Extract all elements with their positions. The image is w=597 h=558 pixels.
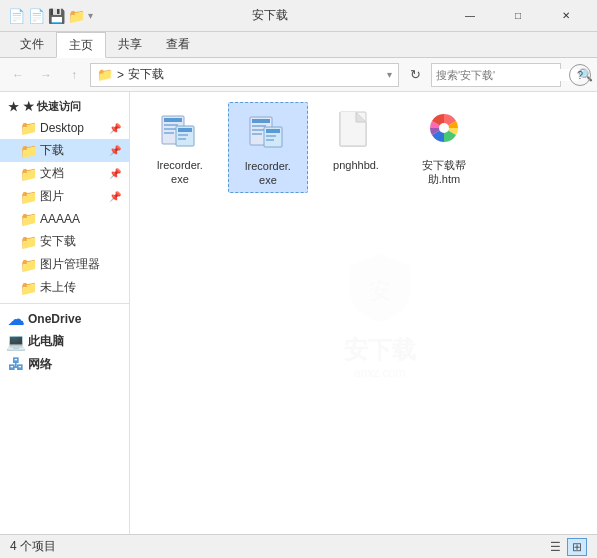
pin-icon-docs: 📌 — [109, 168, 121, 179]
svg-rect-9 — [178, 138, 186, 140]
folder-icon-desktop: 📁 — [20, 120, 36, 136]
status-bar: 4 个项目 ☰ ⊞ — [0, 534, 597, 558]
folder-icon-downloads: 📁 — [20, 143, 36, 159]
sidebar-item-downloads[interactable]: 📁 下载 📌 — [0, 139, 129, 162]
svg-rect-3 — [164, 124, 178, 126]
sidebar-item-desktop[interactable]: 📁 Desktop 📌 — [0, 117, 129, 139]
file-name-png: pnghhbd. — [333, 158, 379, 172]
sidebar-item-picmgr[interactable]: 📁 图片管理器 — [0, 253, 129, 276]
folder-icon-aaaaa: 📁 — [20, 211, 36, 227]
back-button[interactable]: ← — [6, 63, 30, 87]
file-name-htm: 安下载帮助.htm — [422, 158, 466, 187]
breadcrumb-chevron: ▾ — [387, 69, 392, 80]
watermark: 安 安下载 anxz.com — [340, 246, 420, 380]
svg-text:安: 安 — [369, 278, 391, 303]
sidebar-computer[interactable]: 💻 此电脑 — [0, 330, 129, 353]
pics-label: 图片 — [40, 188, 64, 205]
sidebar-quick-access[interactable]: ★ ★ 快速访问 — [0, 96, 129, 117]
docs-label: 文档 — [40, 165, 64, 182]
close-button[interactable]: ✕ — [543, 0, 589, 32]
file-item-htm[interactable]: 安下载帮助.htm — [404, 102, 484, 193]
star-icon: ★ — [8, 100, 19, 114]
file-grid: lrecorder.exe — [130, 92, 597, 203]
content-area: 安 安下载 anxz.com — [130, 92, 597, 534]
breadcrumb-folder-icon: 📁 — [97, 67, 113, 82]
sidebar: ★ ★ 快速访问 📁 Desktop 📌 📁 下载 📌 📁 文档 📌 📁 图片 … — [0, 92, 130, 534]
file-item-lrecorder1[interactable]: lrecorder.exe — [140, 102, 220, 193]
sidebar-item-aaaaa[interactable]: 📁 AAAAA — [0, 208, 129, 230]
tab-share[interactable]: 共享 — [106, 31, 154, 57]
minimize-button[interactable]: — — [447, 0, 493, 32]
exe-icon-1 — [156, 106, 204, 154]
file-name-lrecorder1: lrecorder.exe — [157, 158, 203, 187]
svg-point-21 — [439, 123, 449, 133]
svg-rect-7 — [178, 128, 192, 132]
title-bar-icons: 📄 📄 💾 📁 ▾ — [8, 8, 93, 24]
pin-icon-pics: 📌 — [109, 191, 121, 202]
svg-rect-11 — [252, 119, 270, 123]
pin-icon-downloads: 📌 — [109, 145, 121, 156]
title-bar: 📄 📄 💾 📁 ▾ 安下载 — □ ✕ — [0, 0, 597, 32]
breadcrumb-text: > — [117, 68, 124, 82]
computer-label: 此电脑 — [28, 333, 64, 350]
picmgr-label: 图片管理器 — [40, 256, 100, 273]
png-icon — [332, 106, 380, 154]
watermark-shield-icon: 安 — [340, 246, 420, 342]
tab-file[interactable]: 文件 — [8, 31, 56, 57]
network-icon: 🖧 — [8, 357, 24, 373]
address-bar: ← → ↑ 📁 > 安下载 ▾ ↻ 🔍 ? — [0, 58, 597, 92]
window-title: 安下载 — [93, 7, 447, 24]
sidebar-item-upload[interactable]: 📁 未上传 — [0, 276, 129, 299]
tab-view[interactable]: 查看 — [154, 31, 202, 57]
file-name-lrecorder2: lrecorder.exe — [245, 159, 291, 188]
anxz-label: 安下载 — [40, 233, 76, 250]
sidebar-item-pictures[interactable]: 📁 图片 📌 — [0, 185, 129, 208]
sidebar-item-anxz[interactable]: 📁 安下载 — [0, 230, 129, 253]
svg-rect-14 — [252, 133, 262, 135]
status-count: 4 个项目 — [10, 538, 545, 555]
svg-rect-13 — [252, 129, 264, 131]
quick-access-label: ★ 快速访问 — [23, 99, 81, 114]
file-item-png[interactable]: pnghhbd. — [316, 102, 396, 193]
save-icon: 💾 — [48, 8, 64, 24]
sidebar-onedrive[interactable]: ☁ OneDrive — [0, 308, 129, 330]
help-button[interactable]: ? — [569, 64, 591, 86]
sidebar-item-documents[interactable]: 📁 文档 📌 — [0, 162, 129, 185]
desktop-label: Desktop — [40, 121, 84, 135]
maximize-button[interactable]: □ — [495, 0, 541, 32]
watermark-text: 安下载 — [344, 334, 416, 366]
onedrive-icon: ☁ — [8, 311, 24, 327]
htm-icon — [420, 106, 468, 154]
up-button[interactable]: ↑ — [62, 63, 86, 87]
search-box[interactable]: 🔍 — [431, 63, 561, 87]
ribbon-tabs: 文件 主页 共享 查看 — [0, 32, 597, 58]
main-layout: ★ ★ 快速访问 📁 Desktop 📌 📁 下载 📌 📁 文档 📌 📁 图片 … — [0, 92, 597, 534]
svg-rect-17 — [266, 135, 276, 137]
folder-icon-picmgr: 📁 — [20, 257, 36, 273]
sidebar-network[interactable]: 🖧 网络 — [0, 353, 129, 376]
folder-icon-pics: 📁 — [20, 189, 36, 205]
detail-view-button[interactable]: ☰ — [545, 538, 565, 556]
svg-rect-16 — [266, 129, 280, 133]
onedrive-label: OneDrive — [28, 312, 81, 326]
refresh-button[interactable]: ↻ — [403, 63, 427, 87]
tab-home[interactable]: 主页 — [56, 32, 106, 58]
svg-rect-4 — [164, 128, 176, 130]
svg-rect-8 — [178, 134, 188, 136]
pin-icon-desktop: 📌 — [109, 123, 121, 134]
upload-label: 未上传 — [40, 279, 76, 296]
doc-icon2: 📄 — [28, 8, 44, 24]
breadcrumb[interactable]: 📁 > 安下载 ▾ — [90, 63, 399, 87]
search-input[interactable] — [432, 69, 578, 81]
folder-icon-docs: 📁 — [20, 166, 36, 182]
file-item-lrecorder2[interactable]: lrecorder.exe — [228, 102, 308, 193]
svg-rect-12 — [252, 125, 266, 127]
svg-rect-5 — [164, 132, 174, 134]
forward-button[interactable]: → — [34, 63, 58, 87]
svg-rect-2 — [164, 118, 182, 122]
exe-icon-2 — [244, 107, 292, 155]
view-buttons: ☰ ⊞ — [545, 538, 587, 556]
title-controls[interactable]: — □ ✕ — [447, 0, 589, 32]
aaaaa-label: AAAAA — [40, 212, 80, 226]
grid-view-button[interactable]: ⊞ — [567, 538, 587, 556]
